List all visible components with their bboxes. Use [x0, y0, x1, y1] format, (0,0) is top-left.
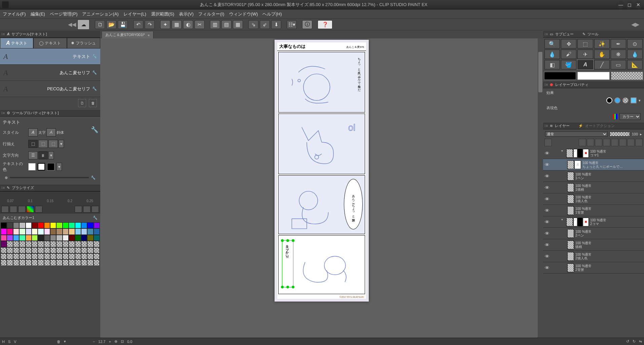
color-swatch[interactable]	[13, 241, 19, 247]
subtool-tab-flash[interactable]: ✹フラッシュ	[67, 38, 100, 49]
close-button[interactable]: ✕	[635, 1, 642, 8]
layer-visibility-icon[interactable]: 👁	[543, 242, 551, 248]
color-swatch[interactable]	[19, 259, 25, 265]
tool-eyedrop[interactable]: 💧	[544, 50, 560, 59]
color-swatch[interactable]	[32, 222, 38, 228]
info-button[interactable]: ⓘ	[302, 20, 312, 29]
color-swatch[interactable]	[26, 241, 32, 247]
color-swatch[interactable]	[19, 247, 25, 253]
layer-visibility-icon[interactable]: 👁	[543, 196, 551, 202]
subtool-tab-text[interactable]: Aテキスト	[0, 38, 33, 49]
color-swatch[interactable]	[56, 222, 62, 228]
snap-special-button[interactable]: ⇙	[260, 20, 270, 29]
color-swatch[interactable]	[13, 259, 19, 265]
document-tab[interactable]: あんこ＆麦STORY001l* ●	[102, 31, 153, 38]
color-swatch[interactable]	[32, 247, 38, 253]
color-swatch[interactable]	[69, 228, 75, 234]
color-swatch[interactable]	[38, 228, 44, 234]
color-swatch[interactable]	[13, 222, 19, 228]
layer-visibility-icon[interactable]: 👁	[543, 231, 551, 236]
canvas-viewport[interactable]: 大事なものは あんこ＆麦376 ちょっと久々にボールで遊んだ ol あんこーちょ…	[100, 38, 543, 338]
color-swatch[interactable]	[32, 228, 38, 234]
tool-wand[interactable]: ✨	[594, 39, 610, 49]
horiz-button[interactable]: ☰	[28, 151, 38, 159]
color-swatch[interactable]	[56, 241, 62, 247]
color-swatch[interactable]	[50, 259, 56, 265]
grid-button[interactable]: ▥	[210, 20, 220, 29]
color-swatch[interactable]	[7, 253, 13, 259]
color-swatch[interactable]	[75, 228, 81, 234]
color-swatch[interactable]	[94, 259, 100, 265]
color-swatch[interactable]	[32, 253, 38, 259]
italic-button[interactable]: A	[46, 128, 56, 136]
layerprop-header[interactable]: ⁞≡⬣ レイヤープロパティ	[543, 81, 644, 88]
tool-move[interactable]: ✥	[561, 39, 576, 49]
subtool-item-peco[interactable]: APECOあんこ麦セリフ🔧	[0, 81, 100, 97]
layer-row[interactable]: 👁 A 100 %通常ちょっと久々にボールで…	[543, 159, 644, 170]
color-bg-swatch[interactable]	[47, 163, 55, 170]
layer-visibility-icon[interactable]: 👁	[543, 185, 551, 190]
color-swatch[interactable]	[50, 247, 56, 253]
background-color[interactable]	[577, 72, 609, 80]
color-swatch[interactable]	[87, 222, 93, 228]
color-swatch[interactable]	[81, 247, 87, 253]
tool-brush[interactable]: 🖌	[561, 50, 576, 59]
undo-button[interactable]: ↶	[133, 20, 143, 29]
color-swatch[interactable]	[38, 247, 44, 253]
color-swatch[interactable]	[50, 222, 56, 228]
color-swatch[interactable]	[63, 241, 69, 247]
color-swatch[interactable]	[87, 241, 93, 247]
layer-ref[interactable]	[619, 139, 627, 146]
color-swatch[interactable]	[87, 235, 93, 241]
open-button[interactable]: 📂	[106, 20, 116, 29]
color-swatch[interactable]	[7, 228, 13, 234]
tool-lasso[interactable]: ⊙	[627, 39, 643, 49]
layer-visibility-icon[interactable]: 👁	[543, 208, 551, 213]
color-swatch[interactable]	[63, 253, 69, 259]
color-swatch[interactable]	[44, 222, 50, 228]
color-swatch[interactable]	[69, 222, 75, 228]
color-swatch[interactable]	[1, 235, 7, 241]
tab-close-icon[interactable]: ●	[148, 33, 150, 37]
color-swatch[interactable]	[26, 247, 32, 253]
clip-studio-button[interactable]: ☁	[77, 20, 90, 30]
collapse-right-icon[interactable]: ◀▶	[631, 21, 639, 28]
align-bot-button[interactable]: ⬚	[48, 140, 58, 148]
color-swatch[interactable]	[69, 259, 75, 265]
color-swatch[interactable]	[38, 241, 44, 247]
color-swatch[interactable]	[26, 253, 32, 259]
opacity-slider[interactable]	[610, 132, 630, 136]
color-swatch[interactable]	[13, 235, 19, 241]
opacity-stepper[interactable]: ▸	[640, 132, 642, 136]
transparent-color[interactable]	[611, 72, 643, 80]
layer-visibility-icon[interactable]: 👁	[543, 265, 551, 271]
color-swatch[interactable]	[26, 228, 32, 234]
color-swatch[interactable]	[38, 253, 44, 259]
color-swatch[interactable]	[94, 222, 100, 228]
tool-ruler[interactable]: 📐	[627, 60, 643, 69]
dir-drop-button[interactable]: ▾	[48, 151, 54, 159]
color-swatch[interactable]	[69, 241, 75, 247]
subtool-tab-balloon[interactable]: ◯テキスト	[33, 38, 67, 49]
color-swatch[interactable]	[32, 259, 38, 265]
layer-row[interactable]: 👁 100 %通常猫柄	[543, 239, 644, 251]
help-button[interactable]: ❓	[318, 20, 332, 29]
layer-row[interactable]: 👁 100 %通常2背景	[543, 262, 644, 274]
color-swatch[interactable]	[7, 235, 13, 241]
layer-mask[interactable]	[603, 139, 610, 146]
color-swatch[interactable]	[1, 228, 7, 234]
layer-row[interactable]: 👁 ▾✔✖ 100 %通常2コマ	[543, 216, 644, 228]
color-swatch[interactable]	[75, 259, 81, 265]
color-swatch[interactable]	[44, 253, 50, 259]
color-swatch[interactable]	[1, 253, 7, 259]
color-swatch[interactable]	[38, 259, 44, 265]
status-v[interactable]: V	[14, 340, 16, 344]
color-swatch[interactable]	[19, 253, 25, 259]
colorset-btn-6[interactable]	[75, 206, 82, 213]
menu-layer[interactable]: レイヤー(L)	[123, 11, 146, 17]
color-swatch[interactable]	[81, 259, 87, 265]
color-swatch[interactable]	[19, 235, 25, 241]
color-swatch[interactable]	[69, 247, 75, 253]
menu-filter[interactable]: フィルター(I)	[198, 11, 224, 17]
color-swatch[interactable]	[1, 222, 7, 228]
